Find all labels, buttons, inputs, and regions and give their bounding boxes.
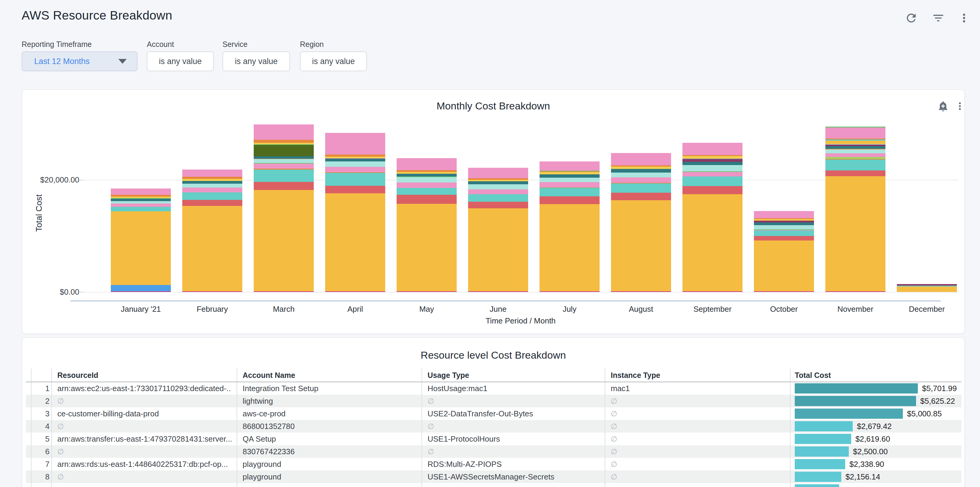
bar-segment[interactable] xyxy=(611,172,671,177)
bar-segment[interactable] xyxy=(682,194,743,292)
bar-segment[interactable] xyxy=(111,188,171,195)
bar-segment[interactable] xyxy=(254,163,314,163)
bar-segment[interactable] xyxy=(611,165,671,166)
bar-segment[interactable] xyxy=(826,176,885,292)
bar-segment[interactable] xyxy=(254,156,314,159)
bar-segment[interactable] xyxy=(254,169,314,169)
bar-segment[interactable] xyxy=(897,286,957,286)
cell-account-name[interactable]: aws-ce-prod xyxy=(243,407,417,420)
bar-segment[interactable] xyxy=(826,153,885,157)
cell-account-name[interactable]: lightwing xyxy=(243,395,417,407)
bar-segment[interactable] xyxy=(682,155,743,156)
cost-value[interactable]: $5,000.85 xyxy=(907,407,942,420)
bar-segment[interactable] xyxy=(468,291,528,292)
bar-segment[interactable] xyxy=(611,291,671,292)
bar-segment[interactable] xyxy=(325,156,385,158)
bar-segment[interactable] xyxy=(754,236,814,241)
cost-value[interactable]: $2,619.60 xyxy=(855,433,890,445)
cell-usage-type[interactable]: RDS:Multi-AZ-PIOPS xyxy=(428,458,600,471)
cell-usage-type[interactable]: USE1-AWSSecretsManager-Secrets xyxy=(428,471,600,483)
bar-segment[interactable] xyxy=(254,190,314,292)
bar-segment[interactable] xyxy=(611,193,671,200)
bar-segment[interactable] xyxy=(754,211,814,218)
cell-resource-id[interactable]: ce-customer-billing-data-prod xyxy=(57,407,231,420)
bar-segment[interactable] xyxy=(468,189,528,194)
bar-segment[interactable] xyxy=(826,126,885,128)
column-header-usage-type[interactable]: Usage Type xyxy=(428,369,600,382)
bar-segment[interactable] xyxy=(539,182,600,188)
bar-segment[interactable] xyxy=(539,172,600,174)
bar-segment[interactable] xyxy=(111,199,171,201)
bar-segment[interactable] xyxy=(182,184,242,188)
column-header-total-cost[interactable]: Total Cost xyxy=(795,369,963,382)
bar-segment[interactable] xyxy=(397,174,457,176)
null-value-icon[interactable]: ∅ xyxy=(611,458,785,471)
bar-segment[interactable] xyxy=(539,188,600,196)
bar-segment[interactable] xyxy=(897,284,957,286)
bar-segment[interactable] xyxy=(468,208,528,292)
bar-segment[interactable] xyxy=(397,188,457,195)
bar-segment[interactable] xyxy=(754,222,814,225)
bar-segment[interactable] xyxy=(754,291,814,292)
bar-segment[interactable] xyxy=(468,202,528,208)
bar-segment[interactable] xyxy=(754,219,814,221)
bar-segment[interactable] xyxy=(182,179,242,180)
bar-segment[interactable] xyxy=(539,171,600,172)
bar-segment[interactable] xyxy=(111,203,171,207)
column-header-instance-type[interactable]: Instance Type xyxy=(611,369,785,382)
bar-segment[interactable] xyxy=(539,161,600,171)
bar-segment[interactable] xyxy=(397,176,457,177)
bar-segment[interactable] xyxy=(254,143,314,144)
bar-segment[interactable] xyxy=(826,144,885,145)
reporting-timeframe-select[interactable]: Last 12 Months xyxy=(22,51,137,71)
bar-segment[interactable] xyxy=(325,155,385,156)
dashboard-more-button[interactable] xyxy=(957,11,971,25)
null-value-icon[interactable]: ∅ xyxy=(611,407,785,420)
bar-segment[interactable] xyxy=(397,195,457,204)
bar-segment[interactable] xyxy=(826,139,885,141)
bar-segment[interactable] xyxy=(397,182,457,188)
bar-segment[interactable] xyxy=(111,201,171,203)
bar-segment[interactable] xyxy=(182,192,242,200)
bar-segment[interactable] xyxy=(111,291,171,292)
bar-segment[interactable] xyxy=(611,169,671,172)
bar-segment[interactable] xyxy=(111,285,171,291)
bar-segment[interactable] xyxy=(468,178,528,180)
bar-segment[interactable] xyxy=(254,159,314,163)
bar-segment[interactable] xyxy=(325,158,385,159)
bar-segment[interactable] xyxy=(325,291,385,292)
column-header-resourceid[interactable]: ResourceId xyxy=(57,369,231,382)
bar-segment[interactable] xyxy=(682,186,743,194)
bar-segment[interactable] xyxy=(468,194,528,202)
null-value-icon[interactable]: ∅ xyxy=(57,445,231,458)
bar-segment[interactable] xyxy=(611,200,671,292)
bar-segment[interactable] xyxy=(754,230,814,231)
cell-account-name[interactable]: QA Setup xyxy=(243,433,417,445)
bar-segment[interactable] xyxy=(397,291,457,292)
bar-segment[interactable] xyxy=(826,149,885,153)
bar-segment[interactable] xyxy=(682,162,743,165)
cell-account-name[interactable]: 830767422336 xyxy=(243,445,417,458)
bar-segment[interactable] xyxy=(682,143,743,155)
region-filter-button[interactable]: is any value xyxy=(300,51,367,71)
cell-account-name[interactable]: Integration Test Setup xyxy=(243,382,417,395)
bar-segment[interactable] xyxy=(682,159,743,159)
null-value-icon[interactable]: ∅ xyxy=(428,420,600,433)
bar-segment[interactable] xyxy=(682,291,743,292)
null-value-icon[interactable]: ∅ xyxy=(611,420,785,433)
null-value-icon[interactable]: ∅ xyxy=(428,395,600,407)
null-value-icon[interactable]: ∅ xyxy=(611,471,785,483)
bar-segment[interactable] xyxy=(826,149,885,149)
dashboard-filters-button[interactable] xyxy=(931,11,945,25)
bar-segment[interactable] xyxy=(325,161,385,166)
null-value-icon[interactable]: ∅ xyxy=(57,395,231,407)
bar-segment[interactable] xyxy=(325,133,385,155)
cell-instance-type[interactable]: mac1 xyxy=(611,382,785,395)
cell-usage-type[interactable]: USE1-ProtocolHours xyxy=(428,433,600,445)
bar-segment[interactable] xyxy=(254,140,314,143)
bar-segment[interactable] xyxy=(254,145,314,156)
bar-segment[interactable] xyxy=(182,188,242,193)
bar-segment[interactable] xyxy=(325,186,385,193)
bar-segment[interactable] xyxy=(397,172,457,174)
bar-segment[interactable] xyxy=(254,144,314,145)
